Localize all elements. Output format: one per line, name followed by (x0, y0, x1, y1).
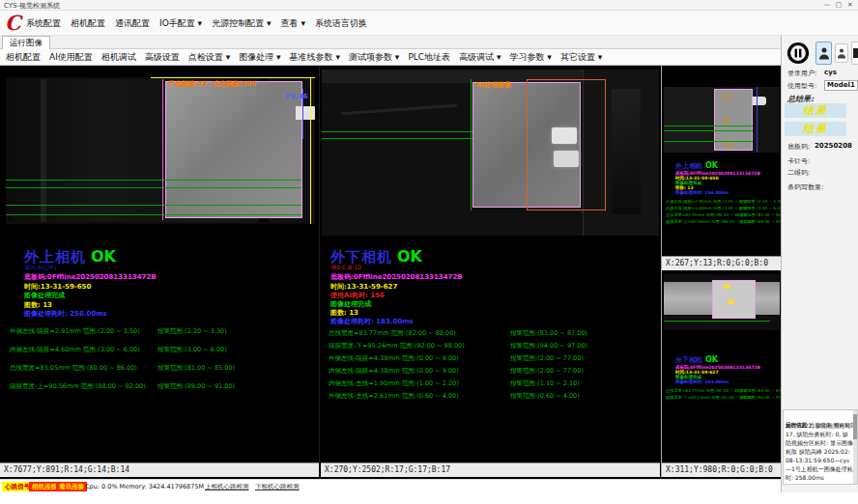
process-time-text: 图像处理耗时: 183.00ms (675, 379, 729, 384)
model-label: 使用型号: (787, 81, 816, 91)
alarm-range: 报警范围:(83.00 ~ 87.00) (510, 329, 587, 338)
result-box-lower: 结果 (785, 122, 846, 136)
cursor-status-bar: X:7677;Y:891;R:14;G:14;B:14 (0, 462, 319, 477)
process-time-text: 图像处理耗时: 256.00ms (675, 190, 729, 195)
process-done-text: 图像处理完成 (24, 291, 65, 300)
board-code-text: 底板码:0Fffline2025020813313472B (330, 272, 463, 282)
measure-value: 内侧左线-隔膜=4.38mm 范围:(0.00 ~ 9.00) (329, 367, 459, 376)
tool-other-settings[interactable]: 其它设置 ▾ (560, 51, 602, 64)
measure-line (6, 187, 301, 188)
menu-camera-config[interactable]: 相机配置 (71, 17, 105, 30)
close-button[interactable]: ✕ (844, 1, 856, 9)
measure-value: 内侧左线-隔膜=4.60mm 范围:(3.00 ~ 6.00) (666, 206, 750, 210)
alarm-range: 报警范围:(2.00 ~ 77.00) (510, 367, 584, 376)
comm-connect-badge: 通讯连接 (56, 482, 87, 491)
upper-camera-heartbeat-link[interactable]: 上相机心跳检测 (205, 483, 249, 491)
maximize-button[interactable]: ▢ (833, 1, 844, 9)
mini-lower-image[interactable] (664, 274, 780, 330)
process-time-text: 图像处理耗时: 183.00ms (330, 317, 414, 326)
tool-plc-address[interactable]: PLC地址表 (408, 51, 450, 64)
alarm-range: 报警范围:(2.20 ~ 3.30) (157, 327, 227, 336)
tool-advanced-debug[interactable]: 高级调试 ▾ (459, 51, 500, 64)
qr-code-label: 二维码: (787, 168, 810, 178)
lower-camera-image[interactable]: AI处理图像 (322, 70, 659, 236)
result-ok-text: OK (91, 247, 116, 266)
exit-button[interactable] (851, 42, 858, 65)
menu-language-switch[interactable]: 系统语言切换 (315, 17, 367, 30)
measure-value: 外侧左线-隔膜=4.38mm 范围:(0.00 ~ 9.00) (329, 354, 459, 363)
scrollbar-thumb[interactable] (853, 414, 857, 439)
result-box-upper: 结果 (785, 103, 846, 118)
menu-view[interactable]: 查看 ▾ (281, 17, 305, 30)
model-select[interactable]: Model1 (824, 80, 858, 91)
mini-lower-panel: 外下相机OK 底板码:0Fffline2025020813313472B 时间:… (661, 270, 781, 477)
guide-line-blue (757, 87, 758, 153)
app-logo-icon: C (5, 11, 21, 36)
board-code-text: 底板码:0Fffline2025020813313472B (24, 272, 157, 282)
tab-bar: 运行图像 (0, 36, 781, 49)
pause-icon (786, 42, 810, 65)
menu-light-config[interactable]: 光源控制配置 ▾ (212, 17, 271, 30)
tool-test-params[interactable]: 测试项参数 ▾ (349, 51, 399, 64)
measure-value: 外侧左线-隔膜=2.91mm 范围:(2.00 ~ 3.50) (666, 199, 750, 204)
pin-number-label: 卡针号: (787, 156, 810, 166)
feature-marker (728, 299, 734, 304)
cpu-memory-text: Cpu: 0.0% Memory: 3424.41796875M (85, 483, 204, 490)
result-ok-text: OK (397, 247, 422, 266)
ai-detect-box (527, 79, 606, 210)
window-title: CYS-视觉检测系统 (4, 1, 60, 11)
tool-ai-use-config[interactable]: AI使用配置 (49, 51, 93, 64)
pause-button[interactable] (786, 41, 811, 66)
measure-line (664, 130, 753, 131)
login-user-label: 登录用户: (787, 69, 816, 78)
cursor-status-bar: X:311;Y:980;R:0;G:0;B:0 (662, 462, 781, 477)
measure-value: 总线宽度=83.05mm 范围:(80.00 ~ 86.00) (666, 212, 748, 217)
guide-line-yellow (310, 77, 311, 224)
tool-baseline-params[interactable]: 基准线参数 ▾ (290, 51, 340, 64)
tool-camera-config[interactable]: 相机配置 (6, 51, 41, 64)
alarm-range: 报警范围:(0.60 ~ 4.00) (510, 392, 580, 401)
texture-band (612, 89, 641, 214)
lower-camera-heartbeat-link[interactable]: 下相机心跳检测 (255, 483, 300, 491)
tool-learning-params[interactable]: 学习参数 ▾ (510, 51, 552, 64)
feature-marker (728, 143, 732, 148)
measure-line (471, 79, 472, 210)
menu-system-config[interactable]: 系统配置 (26, 17, 61, 30)
measure-line (6, 214, 301, 215)
tool-advanced-settings[interactable]: 高级设置 (145, 51, 180, 64)
lower-camera-panel: AI处理图像 外下相机OK M0;C,B;10 底板码:0Fffline2025… (321, 66, 660, 477)
tool-image-processing[interactable]: 图像处理 ▾ (239, 51, 280, 64)
tool-spot-check[interactable]: 点检设置 ▾ (188, 51, 230, 64)
alarm-range: 报警范围:(94.00 ~ 97.00) (510, 342, 587, 350)
window-titlebar: CYS-视觉检测系统 — ▢ ✕ (0, 0, 858, 11)
tab-run-image[interactable]: 运行图像 (2, 36, 50, 49)
mini-upper-panel: 外上相机OK 底板码:0Fffline2025020813313472B 时间:… (661, 66, 781, 270)
minimize-button[interactable]: — (821, 1, 833, 9)
bright-feature (552, 127, 577, 144)
barcode-count-label: 条码写数量: (787, 182, 823, 192)
alarm-range: 报警范围:(3.00 ~ 6.00) (157, 346, 227, 354)
process-time-text: 图像处理耗时: 256.00ms (24, 309, 107, 319)
result-ok-text: OK (705, 161, 718, 170)
measure-line (6, 180, 301, 181)
texture-band (41, 79, 46, 222)
tool-camera-debug[interactable]: 相机调试 (101, 51, 136, 64)
info-scrollbar[interactable] (853, 410, 857, 484)
feature-marker (724, 118, 729, 123)
user-login-button[interactable] (815, 42, 832, 65)
guide-line-yellow (151, 77, 315, 78)
board-code-value: 20250208 (815, 142, 852, 150)
product-region (165, 81, 302, 218)
status-bar: 心跳信号 相机连接 通讯连接 Cpu: 0.0% Memory: 3424.41… (0, 479, 781, 492)
measure-value: 内侧左线-隔膜=4.60mm 范围:(3.00 ~ 6.00) (10, 346, 140, 354)
menu-io-config[interactable]: IO手配置 ▾ (159, 17, 202, 30)
upper-camera-image[interactable]: 产品阈值:93, 动态阈值:100 FB.46 (6, 77, 315, 224)
mini-upper-image[interactable] (664, 87, 780, 153)
measure-line (664, 126, 753, 126)
measure-value: 隔膜宽度-下=95.24mm 范围:(92.00 ~ 98.00) (329, 342, 465, 350)
measure-value: 总线宽度=83.77mm 范围:(82.00 ~ 88.00) (329, 329, 456, 338)
user-manage-button[interactable] (835, 43, 848, 63)
measure-line (664, 141, 753, 142)
cursor-status-bar: X:270;Y:2502;R:17;G:17;B:17 (321, 462, 660, 477)
menu-comm-config[interactable]: 通讯配置 (115, 17, 150, 30)
